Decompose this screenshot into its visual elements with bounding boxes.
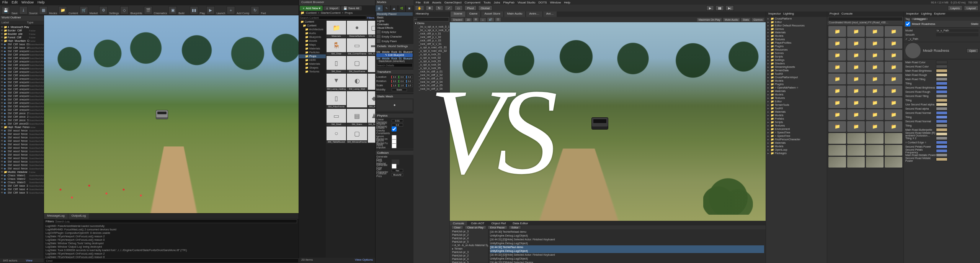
tab-lighting[interactable]: Lighting (921, 12, 932, 16)
project-thumbnail[interactable]: 📁 (866, 62, 884, 72)
cb-folder[interactable]: 📁 Shapes (299, 66, 326, 70)
project-thumbnail[interactable]: 📁 (828, 85, 846, 96)
project-thumbnail[interactable]: 📁 (847, 26, 865, 37)
un-menu-edit[interactable]: Edit (424, 1, 429, 4)
project-thumbnail[interactable]: 📁 (885, 38, 902, 49)
outliner-row[interactable]: 👁◆SM_wood_fence_type_01_A30StaticMeshAct… (0, 129, 44, 132)
material-property[interactable]: Tiling (905, 115, 978, 119)
material-property[interactable]: Second Road Tiling (905, 94, 978, 98)
hierarchy-search[interactable] (414, 17, 449, 21)
launch-icon[interactable]: ▶ (206, 6, 215, 15)
content-icon[interactable]: 📁 (59, 6, 67, 15)
material-property[interactable]: Second Road alpha (905, 107, 978, 111)
outliner-row[interactable]: 👁◆SM_Cliff_base_14StaticMeshActor (0, 46, 44, 49)
outliner-row[interactable]: 👁📁Forest_CliffFolder (0, 36, 44, 39)
project-thumbnail[interactable] (866, 157, 884, 168)
outliner-row[interactable]: 👁📁High_Road_FenceFolder (0, 125, 44, 129)
modes-icon[interactable]: ▦ (39, 6, 47, 15)
outliner-row[interactable]: 👁◆Chaos_Water2StaticMeshActor (0, 177, 44, 181)
asset-thumbnail[interactable]: ▬SM_Couch (368, 38, 375, 55)
project-thumbnail[interactable]: 📁 (847, 62, 865, 72)
cb-tab[interactable]: Content Browser (299, 0, 375, 5)
project-thumbnail[interactable]: 📁 (885, 74, 902, 84)
outliner-row[interactable]: 👁📁Border_CliffFolder (0, 29, 44, 32)
outliner-row[interactable]: 👁◆SM_Cliff_onepoint_104StaticMeshActor (0, 105, 44, 108)
outliner-row[interactable]: 👁◆SM_Cliff_onepoint_47StaticMeshActor (0, 74, 44, 77)
folder-item[interactable]: ▸📁 ToolKit (766, 107, 827, 110)
mesh-field[interactable]: br_v_Path (936, 29, 978, 32)
folder-item[interactable]: ▸📁 Gizmos (766, 27, 827, 31)
folder-item[interactable]: ▸📁 Prefabs (766, 117, 827, 120)
cb-folder[interactable]: 📁 Assets (299, 39, 326, 43)
un-menu-dots[interactable]: DOTS (538, 1, 547, 4)
folder-item[interactable]: ▸📁 Textures (766, 96, 827, 100)
fwd-icon[interactable]: ↻ (251, 6, 259, 15)
folder-item[interactable]: ▸📁 Environment (766, 127, 827, 131)
outliner-row[interactable]: 👁◆SM_Cliff_onepoint_101StaticMeshActor (0, 94, 44, 98)
hierarchy-item[interactable]: PaintJob pr_3 (451, 251, 487, 254)
outliner-row[interactable]: 👁◆SM_Cliff_piece03_7_pushStaticMeshActor (0, 122, 44, 125)
project-thumbnail[interactable]: 📁 (866, 38, 884, 49)
cc-val[interactable]: Yes (392, 169, 403, 172)
cb-folder[interactable]: 📁 HDRI (299, 58, 326, 62)
asset-thumbnail[interactable] (368, 74, 375, 90)
project-thumbnail[interactable]: 📁 (885, 85, 902, 96)
folder-item[interactable]: ▸📁 Plugins (766, 44, 827, 48)
ai-checkbox[interactable] (392, 143, 397, 148)
hierarchy-item[interactable]: _rock_bc_cliff_p_06 (413, 87, 449, 91)
asset-thumbnail[interactable]: ▢SM_DoorFrame (347, 56, 367, 73)
tab-messagelog[interactable]: MessageLog (44, 214, 68, 219)
outliner-row[interactable]: 👁◆SM_wood_fence_type_01_A36StaticMeshAct… (0, 150, 44, 153)
landscape-mode-icon[interactable]: ⛰ (391, 5, 399, 12)
tab-outputlog[interactable]: OutputLog (69, 214, 89, 219)
settings-icon[interactable]: ⚙ (99, 6, 108, 15)
outliner-row[interactable]: 👁📁High_Mountain_CliffsFolder (0, 39, 44, 43)
layers-dropdown[interactable]: Layers (948, 5, 962, 11)
tab-inspector-mid[interactable]: Inspector (768, 12, 781, 16)
material-property[interactable]: Second Road Metalic (R) ambient Occlusio… (905, 132, 978, 136)
project-thumbnail[interactable]: 📁 (866, 109, 884, 120)
folder-item[interactable]: ▸📁 Models (766, 93, 827, 96)
project-grid[interactable]: 📁📁📁📁📁📁📁📁📁📁📁📁📁📁📁📁📁📁📁📁📁📁📁📁📁📁📁📁📁📁📁📁📁📁📁📁 (827, 25, 903, 263)
folder-item[interactable]: ▸📁 ToolKit (766, 72, 827, 76)
outliner-row[interactable]: 👁◆SM_Cliff_onepoint_55StaticMeshActor (0, 81, 44, 84)
build-icon[interactable]: ▣ (168, 6, 177, 15)
material-property[interactable]: Use Second Road alpha (905, 102, 978, 107)
cb-folder[interactable]: 📁 Audio (299, 31, 326, 35)
folder-item[interactable]: ▸📁 = OpenAtkPailern = (766, 86, 827, 89)
project-thumbnail[interactable]: 📁 (828, 62, 846, 72)
place-category[interactable]: Cinematic (376, 23, 413, 26)
outliner-row[interactable]: 👁◆SM_wood_fence_type_01_A34StaticMeshAct… (0, 143, 44, 146)
project-thumbnail[interactable]: 📁 (828, 50, 846, 61)
cb-breadcrumb[interactable]: 📁Content›StarterContent›Props (299, 11, 375, 15)
hierarchy-item[interactable]: _rock_bc_cliff_p_02 (413, 74, 449, 77)
hand-tool-icon[interactable]: ✋ (415, 5, 424, 11)
folder-item[interactable]: ▸📁 FirstPersonCharacter (766, 138, 827, 141)
preset-val[interactable]: BlockAll (392, 173, 403, 176)
outliner-row[interactable]: 👁◆SM_Cliff_onepoint_52StaticMeshActor (0, 77, 44, 81)
paint-mode-icon[interactable]: ✎ (383, 5, 391, 12)
cb-folder[interactable]: 📁 Textures (299, 70, 326, 74)
project-thumbnail[interactable]: 📁 (828, 26, 846, 37)
un-menu-assets[interactable]: Assets (432, 1, 441, 4)
outliner-tree[interactable]: 👁📁4_Meadow(5 Play in Editor)👁📁Border_Cli… (0, 25, 44, 258)
tab-lighting-mid[interactable]: Lighting (783, 12, 794, 16)
project-thumbnail[interactable]: 📁 (885, 62, 902, 72)
asset-thumbnail[interactable]: ▢SM_WindowFrame (347, 127, 367, 143)
tab-explorer[interactable]: Explorer (934, 12, 946, 16)
place-item[interactable]: Empty Pawn (376, 39, 413, 43)
outliner-row[interactable]: 👁◆SM_Cliff_onepoint_46StaticMeshActor (0, 70, 44, 74)
rotate-tool-icon[interactable]: ↻ (435, 5, 443, 11)
outliner-row[interactable]: 👁◆SM_wood_fence_type_01_A38StaticMeshAct… (0, 156, 44, 160)
asset-thumbnail[interactable]: ○SM_TableRound (327, 127, 346, 143)
material-property[interactable]: Second Road Rough (905, 90, 978, 94)
ue-menu-window[interactable]: Window (21, 0, 34, 5)
material-property[interactable]: Main Road Brightness (905, 69, 978, 73)
shaded-dropdown[interactable]: Shaded (451, 18, 464, 21)
project-thumbnail[interactable] (847, 157, 865, 168)
hierarchy-item[interactable]: _rock_cliff_p_v_01 (413, 32, 449, 36)
hierarchy-item[interactable]: PaintJob pr_3 (451, 230, 487, 233)
outliner-row[interactable]: 👁◆SM_wood_fence_type_01_E3StaticMeshActo… (0, 163, 44, 167)
project-thumbnail[interactable]: 📁 (828, 121, 846, 132)
col-label[interactable]: Label (0, 21, 27, 25)
